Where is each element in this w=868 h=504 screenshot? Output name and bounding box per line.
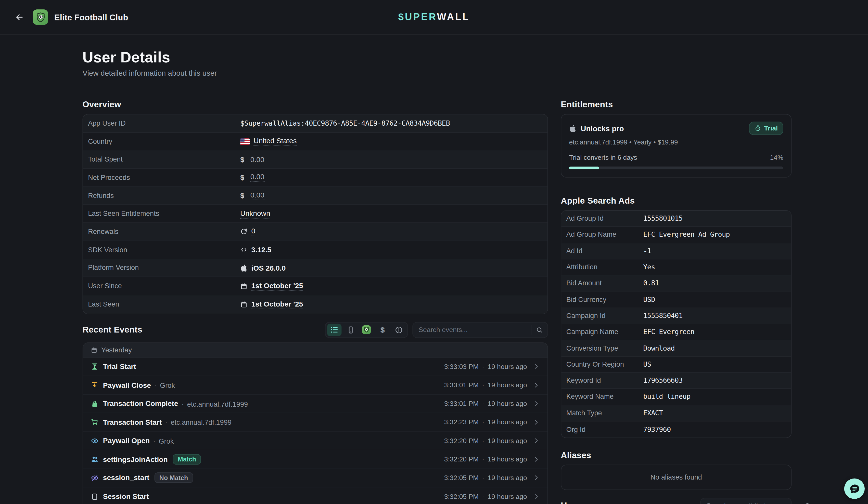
trial-badge: Trial (749, 122, 783, 135)
events-group-label: Yesterday (101, 346, 132, 354)
dollar-icon: $ (240, 155, 244, 164)
event-relative-time: 19 hours ago (487, 474, 527, 482)
chevron-right-icon (533, 382, 539, 389)
overview-row-platform-version: Platform Version iOS 26.0.0 (83, 259, 547, 277)
events-list-card: Yesterday Trial Start 3:33:03 PM · 19 ho… (82, 342, 548, 504)
event-badge: No Match (154, 473, 193, 483)
hourglass-icon (91, 363, 99, 370)
event-time: 3:32:05 PM (444, 474, 479, 482)
attribute-row: Conversion Type Download (561, 340, 791, 357)
app-icon (33, 9, 48, 25)
event-relative-time: 19 hours ago (487, 455, 527, 463)
entitlement-name: Unlocks pro (581, 124, 624, 133)
app-name: Elite Football Club (54, 12, 128, 22)
event-badge: Match (173, 454, 201, 464)
apple-icon (569, 125, 576, 132)
asa-heading: Apple Search Ads (561, 196, 792, 206)
overview-row-country: Country United States (83, 133, 547, 150)
calendar-icon (91, 347, 97, 353)
search-icon (531, 326, 547, 333)
event-row[interactable]: Session Start 3:32:05 PM · 19 hours ago (83, 487, 547, 504)
eye-off-icon (91, 474, 99, 482)
chevron-right-icon (533, 493, 539, 500)
dollar-icon: $ (240, 173, 244, 182)
overview-heading: Overview (82, 99, 548, 109)
square-icon (91, 493, 99, 501)
aliases-heading: Aliases (561, 450, 792, 460)
event-time: 3:32:23 PM (444, 418, 479, 426)
overview-row-sdk-version: SDK Version 3.12.5 (83, 241, 547, 259)
app-logo-icon (362, 325, 371, 334)
attribute-row: Ad Group Name EFC Evergreen Ad Group (561, 227, 791, 243)
user-attributes-search-input[interactable] (701, 502, 800, 504)
trial-progress-bar (569, 166, 783, 169)
user-details-page: Elite Football Club $UPERWALL User Detai… (0, 0, 868, 504)
overview-row-last-seen-entitlements: Last Seen Entitlements Unknown (83, 205, 547, 223)
event-row[interactable]: Trial Start 3:33:03 PM · 19 hours ago (83, 358, 547, 376)
event-time: 3:32:20 PM (444, 455, 479, 463)
event-row[interactable]: Paywall Close ·Grok 3:33:01 PM · 19 hour… (83, 376, 547, 395)
event-row[interactable]: Transaction Complete ·etc.annual.7df.199… (83, 395, 547, 413)
event-relative-time: 19 hours ago (487, 381, 527, 389)
back-button[interactable] (13, 10, 26, 24)
users-icon (91, 455, 99, 463)
attribute-row: Org Id 7937960 (561, 421, 791, 438)
cart-icon (91, 418, 99, 426)
country-value[interactable]: United States (254, 137, 297, 146)
event-row[interactable]: session_start No Match 3:32:05 PM · 19 h… (83, 469, 547, 487)
event-row[interactable]: settingsJoinAction Match 3:32:20 PM · 19… (83, 450, 547, 469)
apple-icon (240, 264, 247, 271)
list-icon (330, 325, 339, 334)
event-row[interactable]: Transaction Start ·etc.annual.7df.1999 3… (83, 413, 547, 432)
logo-prefix: $UPER (398, 11, 437, 22)
filter-list-button[interactable] (327, 323, 341, 336)
entitlement-details: etc.annual.7df.1999 • Yearly • $19.99 (569, 138, 783, 146)
filter-app-button[interactable] (359, 323, 374, 336)
attribute-row: Campaign Id 1555850401 (561, 308, 791, 324)
overview-row-last-seen: Last Seen 1st October '25 (83, 295, 547, 313)
attribute-row: Ad Id -1 (561, 243, 791, 259)
chevron-right-icon (533, 455, 539, 463)
overview-row-refunds: Refunds $0.00 (83, 187, 547, 205)
overview-table: App User ID $SuperwallAlias:40EC9876-A85… (82, 114, 548, 314)
aliases-empty-text: No aliases found (651, 474, 702, 481)
search-icon (800, 502, 815, 504)
trial-percent: 14% (770, 154, 783, 161)
overview-row-renewals: Renewals 0 (83, 223, 547, 241)
timer-icon (755, 125, 762, 132)
dollar-icon: $ (240, 191, 244, 200)
handbag-icon (91, 400, 99, 407)
event-time: 3:33:03 PM (444, 363, 479, 370)
attribute-row: Keyword Id 1796566603 (561, 373, 791, 389)
calendar-icon (240, 301, 247, 308)
filter-device-button[interactable] (343, 323, 358, 336)
chevron-right-icon (533, 400, 539, 407)
support-chat-button[interactable] (844, 479, 865, 499)
filter-transactions-button[interactable]: $ (375, 323, 390, 336)
events-search-input[interactable] (413, 326, 531, 334)
event-relative-time: 19 hours ago (487, 493, 527, 501)
attribute-row: Bid Amount 0.81 (561, 276, 791, 292)
entitlements-heading: Entitlements (561, 99, 792, 109)
overview-row-net-proceeds: Net Proceeds $0.00 (83, 169, 547, 187)
us-flag-icon (240, 138, 250, 145)
attribute-row: Attribution Yes (561, 259, 791, 276)
attribute-row: Keyword Name build lineup (561, 389, 791, 406)
logo-suffix: WALL (437, 11, 470, 22)
trial-converts-text: Trial converts in 6 days (569, 154, 637, 161)
topbar: Elite Football Club $UPERWALL (0, 0, 868, 35)
arrow-down-to-line-icon (91, 381, 99, 389)
chat-bubble-icon (848, 483, 861, 495)
arrow-left-icon (14, 12, 24, 22)
filter-info-button[interactable] (391, 323, 406, 336)
superwall-logo: $UPERWALL (398, 11, 470, 23)
events-search (412, 322, 548, 338)
event-relative-time: 19 hours ago (487, 363, 527, 370)
event-time: 3:33:01 PM (444, 400, 479, 407)
event-row[interactable]: Paywall Open ·Grok 3:32:20 PM · 19 hours… (83, 432, 547, 451)
refresh-icon (240, 228, 247, 235)
attribute-row: Country Or Region US (561, 357, 791, 373)
info-icon (394, 326, 403, 334)
overview-row-app-user-id: App User ID $SuperwallAlias:40EC9876-A85… (83, 114, 547, 133)
smartphone-icon (346, 326, 355, 334)
